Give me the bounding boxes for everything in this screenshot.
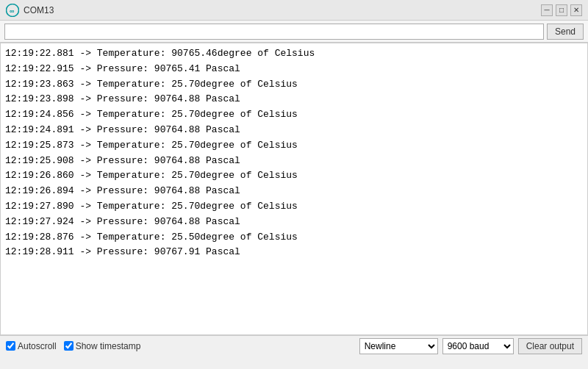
- table-row: 12:19:23.863 -> Temperature: 25.70degree…: [5, 77, 583, 93]
- autoscroll-label: Autoscroll: [18, 341, 57, 351]
- title-bar: ∞ COM13 ─ □ ✕: [0, 0, 588, 21]
- close-button[interactable]: ✕: [570, 4, 582, 16]
- maximize-button[interactable]: □: [556, 4, 567, 16]
- clear-output-button[interactable]: Clear output: [518, 338, 582, 354]
- bottom-bar-right: Newline No line ending Carriage return B…: [359, 338, 582, 354]
- table-row: 12:19:25.873 -> Temperature: 25.70degree…: [5, 138, 583, 154]
- bottom-bar: Autoscroll Show timestamp Newline No lin…: [0, 335, 588, 356]
- title-bar-controls: ─ □ ✕: [541, 4, 582, 16]
- show-timestamp-checkbox[interactable]: [64, 341, 74, 351]
- bottom-bar-left: Autoscroll Show timestamp: [6, 341, 140, 351]
- table-row: 12:19:24.856 -> Temperature: 25.70degree…: [5, 107, 583, 123]
- table-row: 12:19:22.915 -> Pressure: 90765.41 Pasca…: [5, 62, 583, 77]
- svg-text:∞: ∞: [10, 7, 15, 15]
- table-row: 12:19:28.911 -> Pressure: 90767.91 Pasca…: [5, 245, 583, 260]
- show-timestamp-label: Show timestamp: [76, 341, 141, 351]
- table-row: 12:19:28.876 -> Temperature: 25.50degree…: [5, 230, 583, 246]
- table-row: 12:19:26.860 -> Temperature: 25.70degree…: [5, 168, 583, 184]
- title-bar-left: ∞ COM13: [6, 4, 54, 17]
- window-title: COM13: [24, 5, 54, 15]
- autoscroll-checkbox[interactable]: [6, 341, 15, 351]
- serial-input[interactable]: [4, 24, 544, 40]
- autoscroll-checkbox-label[interactable]: Autoscroll: [6, 341, 57, 351]
- table-row: 12:19:27.924 -> Pressure: 90764.88 Pasca…: [5, 215, 583, 230]
- serial-output[interactable]: 12:19:22.881 -> Temperature: 90765.46deg…: [0, 43, 588, 335]
- minimize-button[interactable]: ─: [541, 4, 553, 16]
- input-bar: Send: [0, 21, 588, 43]
- newline-select[interactable]: Newline No line ending Carriage return B…: [359, 338, 438, 354]
- arduino-logo-icon: ∞: [6, 4, 19, 17]
- table-row: 12:19:24.891 -> Pressure: 90764.88 Pasca…: [5, 123, 583, 138]
- baud-rate-select[interactable]: 300 baud 1200 baud 2400 baud 4800 baud 9…: [442, 338, 514, 354]
- table-row: 12:19:26.894 -> Pressure: 90764.88 Pasca…: [5, 184, 583, 199]
- table-row: 12:19:22.881 -> Temperature: 90765.46deg…: [5, 46, 583, 62]
- show-timestamp-checkbox-label[interactable]: Show timestamp: [64, 341, 141, 351]
- table-row: 12:19:23.898 -> Pressure: 90764.88 Pasca…: [5, 92, 583, 107]
- send-button[interactable]: Send: [547, 24, 584, 40]
- table-row: 12:19:25.908 -> Pressure: 90764.88 Pasca…: [5, 154, 583, 169]
- table-row: 12:19:27.890 -> Temperature: 25.70degree…: [5, 199, 583, 215]
